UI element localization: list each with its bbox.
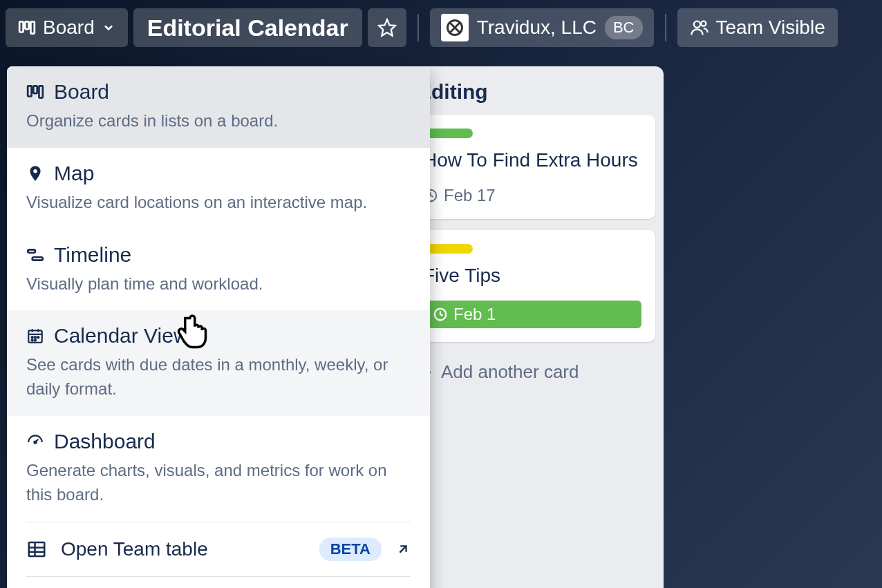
add-card-button[interactable]: Add another card bbox=[409, 353, 655, 391]
view-option-dashboard[interactable]: Dashboard Generate charts, visuals, and … bbox=[7, 416, 430, 522]
divider bbox=[665, 14, 666, 41]
svg-rect-25 bbox=[28, 86, 31, 96]
clock-icon bbox=[433, 307, 448, 322]
view-option-timeline[interactable]: Timeline Visually plan time and workload… bbox=[7, 229, 430, 311]
timeline-icon bbox=[26, 246, 44, 264]
card-title: Five Tips bbox=[423, 262, 641, 290]
beta-badge: BETA bbox=[319, 538, 382, 561]
view-switcher-button[interactable]: Board bbox=[6, 8, 128, 47]
svg-rect-27 bbox=[39, 86, 42, 97]
team-button[interactable]: Travidux, LLC BC bbox=[430, 8, 654, 47]
team-logo-icon bbox=[441, 14, 469, 41]
svg-point-35 bbox=[35, 336, 36, 338]
map-pin-icon bbox=[26, 164, 44, 182]
people-icon bbox=[690, 18, 709, 37]
table-icon bbox=[26, 539, 47, 560]
feedback-link[interactable]: Give us feedback! bbox=[7, 577, 430, 588]
svg-rect-0 bbox=[19, 21, 23, 32]
calendar-icon bbox=[26, 327, 44, 345]
divider bbox=[417, 14, 419, 41]
card[interactable]: How To Find Extra Hours Feb 17 bbox=[409, 115, 655, 219]
svg-rect-28 bbox=[28, 249, 35, 252]
visibility-label: Team Visible bbox=[716, 17, 825, 39]
svg-point-36 bbox=[37, 336, 39, 338]
label-yellow[interactable] bbox=[423, 244, 473, 254]
svg-rect-1 bbox=[25, 21, 28, 29]
svg-point-8 bbox=[701, 21, 706, 26]
star-icon bbox=[377, 18, 397, 37]
board-icon bbox=[26, 83, 44, 101]
svg-point-38 bbox=[35, 340, 36, 341]
board-header: Board Editorial Calendar Travidux, LLC B… bbox=[0, 0, 882, 55]
view-label: Board bbox=[43, 17, 95, 39]
svg-rect-26 bbox=[33, 86, 37, 93]
dashboard-icon bbox=[26, 433, 44, 451]
view-option-calendar[interactable]: Calendar View See cards with due dates i… bbox=[7, 310, 430, 416]
svg-point-37 bbox=[32, 340, 33, 341]
view-option-board[interactable]: Board Organize cards in lists on a board… bbox=[7, 66, 430, 148]
svg-line-45 bbox=[400, 546, 406, 552]
open-team-table-button[interactable]: Open Team table BETA bbox=[7, 522, 430, 576]
add-card-label: Add another card bbox=[441, 361, 579, 383]
due-date-badge: Feb 17 bbox=[423, 186, 496, 205]
external-link-icon bbox=[395, 542, 411, 557]
svg-point-40 bbox=[34, 441, 36, 443]
due-date-badge-complete: Feb 1 bbox=[423, 301, 641, 328]
view-option-map[interactable]: Map Visualize card locations on an inter… bbox=[7, 148, 430, 229]
svg-point-34 bbox=[32, 336, 33, 338]
board-icon bbox=[18, 19, 36, 37]
label-green[interactable] bbox=[423, 129, 473, 138]
chevron-down-icon bbox=[102, 21, 115, 35]
card-title: How To Find Extra Hours bbox=[423, 146, 641, 175]
svg-rect-2 bbox=[30, 21, 34, 33]
team-name: Travidux, LLC bbox=[477, 17, 597, 39]
svg-rect-29 bbox=[32, 257, 43, 260]
board-name[interactable]: Editorial Calendar bbox=[133, 8, 362, 47]
star-button[interactable] bbox=[368, 8, 406, 47]
svg-marker-3 bbox=[379, 19, 395, 35]
visibility-button[interactable]: Team Visible bbox=[677, 8, 838, 47]
team-badge: BC bbox=[605, 16, 643, 39]
view-switcher-dropdown: Board Organize cards in lists on a board… bbox=[7, 66, 430, 588]
svg-rect-41 bbox=[29, 542, 45, 556]
list-editing: Editing How To Find Extra Hours Feb 17 F… bbox=[401, 66, 664, 588]
card[interactable]: Five Tips Feb 1 bbox=[409, 230, 655, 343]
svg-point-7 bbox=[693, 21, 700, 28]
